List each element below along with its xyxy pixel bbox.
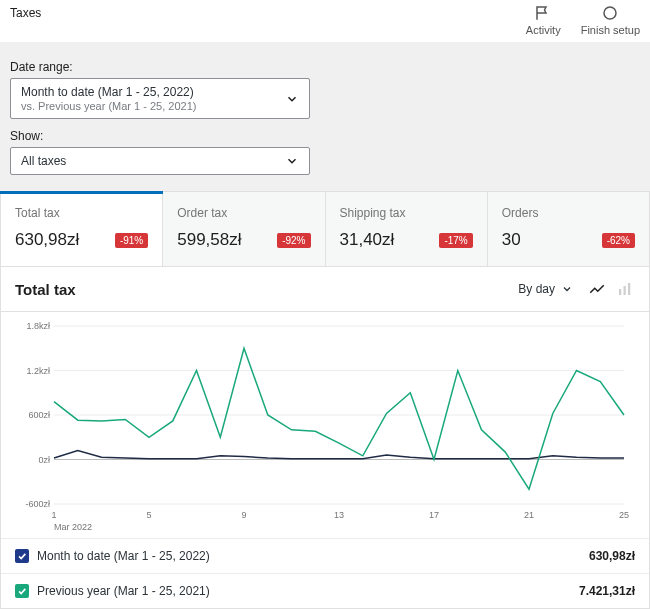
delta-badge: -92% <box>277 233 310 248</box>
tab-label: Order tax <box>177 206 310 220</box>
show-value: All taxes <box>21 154 285 168</box>
chart-header: Total tax By day <box>1 267 649 312</box>
legend-value: 630,98zł <box>589 549 635 563</box>
svg-text:5: 5 <box>146 510 151 520</box>
tab-total-tax[interactable]: Total tax630,98zł-91% <box>1 192 163 266</box>
tab-order-tax[interactable]: Order tax599,58zł-92% <box>163 192 325 266</box>
page-title: Taxes <box>10 4 41 20</box>
delta-badge: -17% <box>439 233 472 248</box>
filters-panel: Date range: Month to date (Mar 1 - 25, 2… <box>0 42 650 191</box>
line-chart-icon <box>588 280 606 298</box>
activity-button[interactable]: Activity <box>526 4 561 36</box>
chart-area: -600zł0zł600zł1.2kzł1.8kzł15913172125Mar… <box>1 312 649 538</box>
activity-label: Activity <box>526 24 561 36</box>
legend-checkbox[interactable] <box>15 549 29 563</box>
delta-badge: -91% <box>115 233 148 248</box>
circle-icon <box>601 4 619 22</box>
tab-label: Shipping tax <box>340 206 473 220</box>
chart-type-buttons <box>587 279 635 299</box>
date-range-dropdown[interactable]: Month to date (Mar 1 - 25, 2022) vs. Pre… <box>10 78 310 119</box>
svg-text:25: 25 <box>619 510 629 520</box>
tab-shipping-tax[interactable]: Shipping tax31,40zł-17% <box>326 192 488 266</box>
finish-setup-button[interactable]: Finish setup <box>581 4 640 36</box>
tab-orders[interactable]: Orders30-62% <box>488 192 649 266</box>
legend-label: Previous year (Mar 1 - 25, 2021) <box>37 584 579 598</box>
tab-label: Total tax <box>15 206 148 220</box>
bar-chart-icon <box>616 280 634 298</box>
interval-label: By day <box>518 282 555 296</box>
legend-value: 7.421,31zł <box>579 584 635 598</box>
chevron-down-icon <box>561 283 573 295</box>
svg-text:1.2kzł: 1.2kzł <box>26 366 50 376</box>
tab-value: 630,98zł <box>15 230 79 250</box>
legend-checkbox[interactable] <box>15 584 29 598</box>
finish-setup-label: Finish setup <box>581 24 640 36</box>
tab-label: Orders <box>502 206 635 220</box>
svg-text:13: 13 <box>334 510 344 520</box>
svg-rect-2 <box>624 286 626 295</box>
line-chart-button[interactable] <box>587 279 607 299</box>
chevron-down-icon <box>285 154 299 168</box>
tab-value: 599,58zł <box>177 230 241 250</box>
tab-value: 30 <box>502 230 521 250</box>
svg-rect-1 <box>619 289 621 295</box>
flag-icon <box>534 4 552 22</box>
chart-panel: Total tax By day -600zł0zł600zł1.2kzł1.8… <box>0 267 650 609</box>
show-label: Show: <box>10 129 640 143</box>
show-dropdown[interactable]: All taxes <box>10 147 310 175</box>
svg-text:21: 21 <box>524 510 534 520</box>
legend-label: Month to date (Mar 1 - 25, 2022) <box>37 549 589 563</box>
svg-text:600zł: 600zł <box>28 410 50 420</box>
date-range-main: Month to date (Mar 1 - 25, 2022) <box>21 85 285 99</box>
tab-value: 31,40zł <box>340 230 395 250</box>
svg-point-0 <box>604 7 616 19</box>
svg-text:-600zł: -600zł <box>25 499 50 509</box>
legend-row: Previous year (Mar 1 - 25, 2021)7.421,31… <box>1 573 649 608</box>
date-range-sub: vs. Previous year (Mar 1 - 25, 2021) <box>21 100 285 112</box>
svg-text:1: 1 <box>51 510 56 520</box>
chart-svg: -600zł0zł600zł1.2kzł1.8kzł15913172125Mar… <box>15 318 635 538</box>
svg-text:Mar 2022: Mar 2022 <box>54 522 92 532</box>
svg-text:17: 17 <box>429 510 439 520</box>
delta-badge: -62% <box>602 233 635 248</box>
date-range-label: Date range: <box>10 60 640 74</box>
top-bar: Taxes Activity Finish setup <box>0 0 650 42</box>
interval-select[interactable]: By day <box>518 282 573 296</box>
summary-tabs: Total tax630,98zł-91%Order tax599,58zł-9… <box>0 191 650 267</box>
svg-rect-3 <box>628 283 630 295</box>
legend: Month to date (Mar 1 - 25, 2022)630,98zł… <box>1 538 649 608</box>
svg-text:9: 9 <box>241 510 246 520</box>
chart-title: Total tax <box>15 281 518 298</box>
svg-text:0zł: 0zł <box>38 455 50 465</box>
chevron-down-icon <box>285 92 299 106</box>
bar-chart-button[interactable] <box>615 279 635 299</box>
legend-row: Month to date (Mar 1 - 25, 2022)630,98zł <box>1 538 649 573</box>
svg-text:1.8kzł: 1.8kzł <box>26 321 50 331</box>
